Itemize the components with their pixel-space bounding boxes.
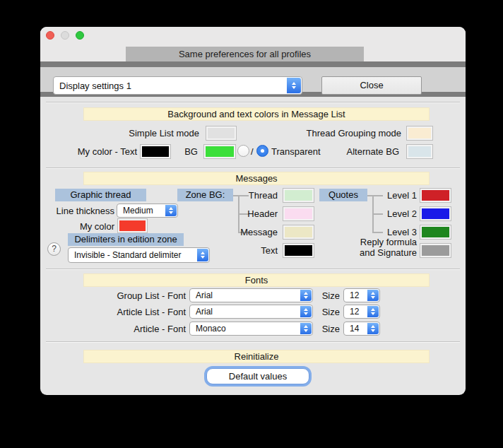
article-list-font-label: Article List - Font bbox=[117, 305, 186, 319]
minimize-window-button[interactable] bbox=[61, 31, 69, 40]
line-thickness-value: Medium bbox=[123, 206, 153, 216]
alternate-bg-color-well[interactable] bbox=[407, 145, 432, 158]
tree-line bbox=[372, 213, 383, 215]
zoom-window-button[interactable] bbox=[76, 31, 84, 40]
delimiters-header: Delimiters in edition zone bbox=[68, 233, 184, 246]
zone-message-label: Message bbox=[240, 225, 278, 239]
section-divider bbox=[46, 341, 460, 343]
zone-thread-color-well[interactable] bbox=[283, 189, 314, 202]
chevron-up-down-icon bbox=[287, 78, 301, 93]
alternate-bg-label: Alternate BG bbox=[347, 145, 399, 158]
article-list-font-value: Arial bbox=[196, 307, 213, 317]
article-font-label: Article - Font bbox=[134, 322, 186, 336]
bg-color-radio[interactable] bbox=[237, 145, 249, 157]
zone-header-label: Header bbox=[247, 207, 278, 220]
chevron-up-down-icon bbox=[300, 306, 312, 317]
toolbar: Display settings 1 Close bbox=[40, 61, 466, 97]
section-title-messages: Messages bbox=[83, 172, 430, 185]
tree-line bbox=[367, 195, 383, 196]
simple-list-mode-label: Simple List mode bbox=[129, 126, 199, 140]
size-label: Size bbox=[322, 289, 340, 302]
chevron-up-down-icon bbox=[165, 205, 177, 216]
delimiter-select[interactable]: Invisible - Standard delimiter bbox=[68, 247, 210, 263]
my-color-text-label: My color - Text bbox=[78, 145, 137, 158]
tree-line bbox=[372, 232, 383, 233]
reply-formula-label: Reply formula and Signature bbox=[346, 237, 417, 258]
zone-thread-label: Thread bbox=[249, 189, 278, 202]
article-size-select[interactable]: 14 bbox=[343, 322, 380, 336]
profiles-note: Same preferences for all profiles bbox=[126, 47, 364, 62]
my-color-label: My color bbox=[80, 220, 114, 233]
group-list-font-value: Arial bbox=[196, 290, 213, 300]
zone-text-color-well[interactable] bbox=[283, 244, 314, 257]
section-title-reinitialize: Reinitialize bbox=[83, 350, 430, 363]
zone-text-label: Text bbox=[261, 244, 278, 257]
quote-level1-label: Level 1 bbox=[387, 189, 417, 202]
article-size-value: 14 bbox=[350, 324, 359, 334]
article-list-size-value: 12 bbox=[350, 307, 359, 317]
help-button[interactable]: ? bbox=[47, 242, 61, 256]
desktop-background: { "window": { "header_note": "Same prefe… bbox=[0, 0, 503, 448]
line-thickness-label: Line thickness bbox=[57, 204, 114, 218]
delimiter-value: Invisible - Standard delimiter bbox=[74, 250, 181, 260]
section-title-fonts: Fonts bbox=[83, 273, 430, 287]
preferences-window: Same preferences for all profiles Displa… bbox=[40, 27, 466, 395]
zone-header-color-well[interactable] bbox=[283, 207, 314, 220]
profile-select-value: Display settings 1 bbox=[59, 81, 131, 91]
group-list-size-value: 12 bbox=[350, 290, 359, 300]
section-divider bbox=[46, 167, 460, 169]
article-font-value: Monaco bbox=[196, 324, 226, 334]
simple-list-mode-color-well[interactable] bbox=[206, 126, 236, 140]
zone-bg-header: Zone BG: bbox=[177, 189, 233, 201]
my-color-well[interactable] bbox=[118, 219, 147, 232]
transparent-radio[interactable] bbox=[256, 145, 268, 157]
text-color-well[interactable] bbox=[141, 145, 170, 158]
chevron-up-down-icon bbox=[300, 323, 312, 334]
quote-level2-color-well[interactable] bbox=[420, 207, 451, 220]
bg-label: BG bbox=[184, 145, 198, 158]
close-button[interactable]: Close bbox=[321, 76, 422, 95]
thread-grouping-mode-label: Thread Grouping mode bbox=[307, 126, 401, 140]
default-values-button[interactable]: Default values bbox=[206, 368, 309, 384]
quote-level3-color-well[interactable] bbox=[420, 225, 451, 239]
slash-separator: / bbox=[251, 145, 254, 158]
group-list-font-label: Group List - Font bbox=[117, 289, 186, 302]
profile-select[interactable]: Display settings 1 bbox=[53, 76, 302, 95]
section-divider bbox=[46, 102, 460, 103]
chevron-up-down-icon bbox=[367, 323, 379, 334]
zone-message-color-well[interactable] bbox=[283, 225, 314, 239]
group-list-size-select[interactable]: 12 bbox=[343, 288, 380, 302]
chevron-up-down-icon bbox=[367, 290, 379, 301]
quote-level2-label: Level 2 bbox=[387, 207, 417, 220]
chevron-up-down-icon bbox=[367, 306, 379, 317]
quote-level1-color-well[interactable] bbox=[420, 189, 451, 202]
bg-color-well[interactable] bbox=[204, 145, 235, 158]
graphic-thread-header: Graphic thread bbox=[55, 189, 146, 201]
reply-formula-color-well[interactable] bbox=[420, 244, 451, 257]
article-list-size-select[interactable]: 12 bbox=[343, 305, 380, 319]
title-bar: Same preferences for all profiles bbox=[40, 27, 466, 61]
close-window-button[interactable] bbox=[46, 31, 54, 40]
line-thickness-select[interactable]: Medium bbox=[117, 204, 178, 218]
size-label: Size bbox=[322, 322, 340, 336]
chevron-up-down-icon bbox=[197, 249, 208, 261]
article-font-select[interactable]: Monaco bbox=[189, 322, 313, 336]
article-list-font-select[interactable]: Arial bbox=[189, 305, 313, 319]
chevron-up-down-icon bbox=[300, 290, 312, 301]
transparent-label: Transparent bbox=[271, 145, 321, 158]
section-title-message-list: Background and text colors in Message Li… bbox=[83, 107, 430, 121]
thread-grouping-color-well[interactable] bbox=[407, 126, 432, 140]
group-list-font-select[interactable]: Arial bbox=[189, 288, 313, 302]
quotes-header: Quotes bbox=[319, 189, 367, 201]
section-divider bbox=[46, 269, 460, 270]
size-label: Size bbox=[322, 305, 340, 319]
tree-line bbox=[233, 195, 249, 196]
